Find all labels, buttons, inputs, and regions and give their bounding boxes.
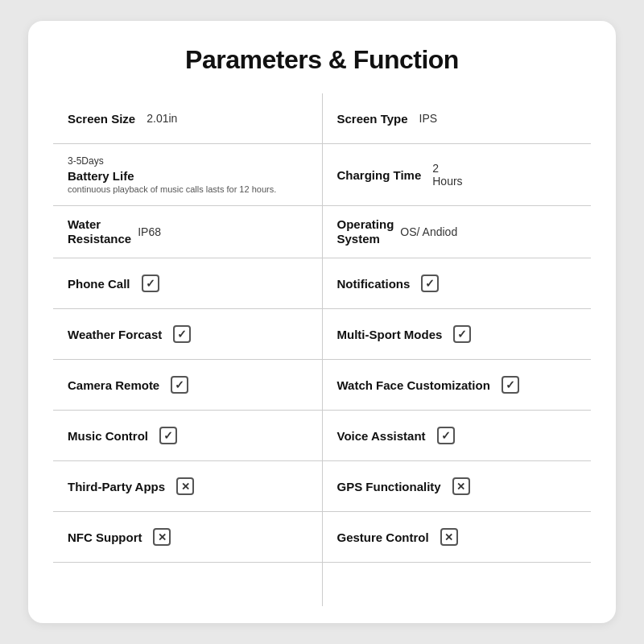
phone-call-label: Phone Call <box>68 277 130 291</box>
x-icon <box>158 530 167 544</box>
screen-type-label: Screen Type <box>337 112 408 126</box>
gps-label: GPS Functionality <box>337 480 441 493</box>
page-title: Parameters & Function <box>52 45 592 75</box>
params-table: Screen Size 2.01in Screen Type IPS 3-5Da… <box>52 93 592 607</box>
check-icon <box>177 327 187 341</box>
table-row: WaterResistance IP68 OperatingSystem OS/… <box>53 206 592 258</box>
check-icon <box>175 378 184 392</box>
cell-music: Music Control <box>53 411 323 461</box>
weather-label: Weather Forcast <box>68 328 162 341</box>
cell-screen-size: Screen Size 2.01in <box>53 93 323 144</box>
nfc-label: NFC Support <box>68 530 142 544</box>
table-row: Music Control Voice Assistant <box>53 411 592 461</box>
watchface-checkbox <box>502 376 519 394</box>
water-label: WaterResistance <box>68 217 131 246</box>
cell-gps: GPS Functionality <box>322 461 592 512</box>
cell-third-party: Third-Party Apps <box>53 461 323 512</box>
screen-size-label: Screen Size <box>68 112 135 126</box>
music-checkbox <box>159 427 177 444</box>
table-row: Weather Forcast Multi-Sport Modes <box>53 309 592 360</box>
check-icon <box>163 428 173 443</box>
check-icon <box>506 378 515 392</box>
cell-watchface: Watch Face Customization <box>322 360 592 411</box>
x-icon <box>181 479 190 493</box>
screen-type-value: IPS <box>419 112 438 125</box>
table-row: Camera Remote Watch Face Customization <box>53 360 592 411</box>
table-row: Third-Party Apps GPS Functionality <box>53 461 592 512</box>
os-value: OS/ Andiod <box>400 225 457 238</box>
check-icon <box>441 428 451 443</box>
cell-screen-type: Screen Type IPS <box>322 93 592 144</box>
nfc-checkbox <box>153 528 171 546</box>
check-icon <box>457 327 467 341</box>
table-row: Screen Size 2.01in Screen Type IPS <box>53 93 592 144</box>
cell-camera: Camera Remote <box>53 360 323 411</box>
cell-charging: Charging Time 2 Hours <box>322 144 592 206</box>
multisport-label: Multi-Sport Modes <box>337 328 443 341</box>
table-row-empty <box>53 563 592 607</box>
notifications-label: Notifications <box>337 277 411 291</box>
table-row: 3-5Days Battery Life continuous playback… <box>53 144 592 206</box>
cell-battery: 3-5Days Battery Life continuous playback… <box>53 144 323 206</box>
card: Parameters & Function Screen Size 2.01in… <box>28 21 616 623</box>
check-icon <box>146 276 155 291</box>
battery-days: 3-5Days <box>68 155 104 167</box>
cell-empty-right <box>322 563 592 607</box>
cell-os: OperatingSystem OS/ Andiod <box>322 206 592 258</box>
gesture-checkbox <box>440 528 458 546</box>
music-label: Music Control <box>68 429 148 443</box>
notifications-checkbox <box>421 275 439 292</box>
battery-note: continuous playback of music calls lasts… <box>68 184 276 194</box>
cell-voice: Voice Assistant <box>322 411 592 461</box>
cell-empty-left <box>53 563 323 607</box>
voice-checkbox <box>437 427 455 444</box>
cell-multisport: Multi-Sport Modes <box>322 309 592 360</box>
x-icon <box>444 530 453 544</box>
check-icon <box>425 276 435 291</box>
cell-gesture: Gesture Control <box>322 512 592 563</box>
multisport-checkbox <box>453 325 471 343</box>
watchface-label: Watch Face Customization <box>337 378 490 392</box>
cell-weather: Weather Forcast <box>53 309 323 360</box>
cell-nfc: NFC Support <box>53 512 323 563</box>
table-row: NFC Support Gesture Control <box>53 512 592 563</box>
gps-checkbox <box>452 477 470 495</box>
x-icon <box>456 479 465 493</box>
third-party-label: Third-Party Apps <box>68 480 165 493</box>
charging-value: 2 Hours <box>432 162 462 188</box>
water-value: IP68 <box>138 225 161 238</box>
cell-notifications: Notifications <box>322 258 592 309</box>
table-row: Phone Call Notifications <box>53 258 592 309</box>
screen-size-value: 2.01in <box>147 112 177 125</box>
charging-label: Charging Time <box>337 168 422 182</box>
voice-label: Voice Assistant <box>337 429 426 443</box>
cell-phone-call: Phone Call <box>53 258 323 309</box>
battery-label: Battery Life <box>68 169 134 183</box>
camera-checkbox <box>171 376 188 394</box>
third-party-checkbox <box>176 477 194 495</box>
weather-checkbox <box>173 325 191 343</box>
gesture-label: Gesture Control <box>337 530 429 544</box>
camera-label: Camera Remote <box>68 378 159 392</box>
phone-call-checkbox <box>142 275 159 292</box>
cell-water: WaterResistance IP68 <box>53 206 323 258</box>
os-label: OperatingSystem <box>337 217 394 246</box>
